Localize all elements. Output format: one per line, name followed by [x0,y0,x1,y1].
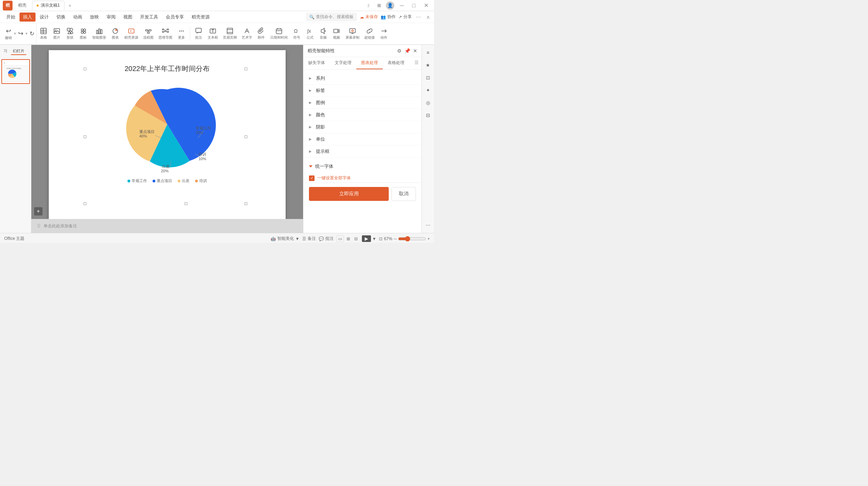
comment-button[interactable]: 💬 批注 [319,236,334,242]
panel-settings-icon[interactable]: ⚙ [397,48,402,54]
outline-tab[interactable]: 习 [1,48,9,55]
search-box[interactable]: 🔍 查找命令、搜索模板 [306,13,357,21]
close-button[interactable]: ✕ [421,1,431,10]
far-expand-icon[interactable]: ≡ [423,48,433,57]
tab-missing-font[interactable]: 缺失字体 [303,57,330,69]
window-layout-button[interactable]: ⊞ [375,1,383,9]
tab-daoke[interactable]: 稻壳 [14,1,31,10]
action-tool[interactable]: 动作 [378,26,390,41]
undo-button[interactable]: ↩ 撤销 [5,27,12,40]
menu-animation[interactable]: 动画 [70,13,86,22]
icon-tool[interactable]: 图标 [77,26,90,41]
art-text-tool[interactable]: 艺术字 [240,26,254,41]
slide-thumbnail-1[interactable]: 1 2022年上半年工作时间... [1,59,30,84]
unsaved-button[interactable]: ☁ 未保存 [360,14,378,20]
hyperlink-tool[interactable]: 超链接 [362,26,377,41]
svg-point-7 [70,28,73,31]
shape-tool[interactable]: 形状 [64,26,76,41]
play-dropdown[interactable]: ▼ [372,236,377,241]
mind-tool[interactable]: 思维导图 [156,26,175,41]
add-slide-button[interactable]: + [34,207,42,215]
menu-transition[interactable]: 切换 [53,13,69,22]
formula-tool[interactable]: ∫x 公式 [304,26,316,41]
smart-tool[interactable]: 智能图形 [90,26,108,41]
canvas-area[interactable]: 2022年上半年工作时间分布 [31,45,303,233]
menu-design[interactable]: 设计 [36,13,52,22]
collaborate-button[interactable]: 👥 协作 [381,14,396,20]
symbol-tool[interactable]: Ω 符号 [290,26,303,41]
cancel-button[interactable]: 取消 [392,187,416,201]
far-location-icon[interactable]: ◎ [423,98,433,108]
more-tool[interactable]: 更多 [175,26,188,41]
collapse-ribbon-button[interactable]: ∧ [425,13,431,21]
redo-dropdown[interactable]: ▼ [25,32,28,36]
svg-rect-15 [101,30,102,34]
menu-vip[interactable]: 会员专享 [162,13,187,22]
header-footer-tool[interactable]: 页眉页脚 [221,26,239,41]
unified-font-header[interactable]: 统一字体 [309,162,416,171]
far-star-icon[interactable]: ★ [423,60,433,70]
notes-button[interactable]: ☰ 备注 [302,236,316,242]
unified-font-checkbox[interactable] [309,175,315,181]
section-series[interactable]: ▶ 系列 [303,72,421,85]
image-tool[interactable]: 图片 [51,26,63,41]
screen-record-tool[interactable]: 屏幕录制 [343,26,362,41]
maximize-button[interactable]: □ [409,1,418,10]
section-color[interactable]: ▶ 颜色 [303,109,421,121]
comment-tool[interactable]: 批注 [192,26,205,41]
play-button[interactable]: ▶ [362,235,371,242]
undo-dropdown[interactable]: ▼ [13,32,17,36]
view-split-button[interactable]: ⊟ [353,236,359,242]
section-unit[interactable]: ▶ 单位 [303,133,421,146]
far-more-icon[interactable]: ⋯ [423,220,433,230]
far-magic-icon[interactable]: ✦ [423,85,433,95]
section-shadow[interactable]: ▶ 阴影 [303,121,421,133]
tab-text-process[interactable]: 文字处理 [330,57,356,69]
video-tool[interactable]: 视频 [330,26,343,41]
far-copy-icon[interactable]: ⊡ [423,73,433,83]
slides-tab[interactable]: 幻灯片 [11,48,26,55]
add-tab-button[interactable]: + [66,1,74,10]
menu-developer[interactable]: 开发工具 [137,13,162,22]
svg-text:10%: 10% [199,157,206,161]
panel-close-icon[interactable]: ✕ [413,48,417,54]
menu-start[interactable]: 开始 [3,13,19,22]
panel-pin-icon[interactable]: 📌 [404,48,410,54]
view-normal-button[interactable]: ▭ [336,235,344,242]
zoom-slider[interactable] [398,236,426,242]
table-tool[interactable]: 表格 [37,26,50,41]
resource-tool[interactable]: 稻壳资源 [122,26,140,41]
section-label[interactable]: ▶ 标签 [303,85,421,97]
menu-slideshow[interactable]: 放映 [86,13,102,22]
datetime-tool[interactable]: 日期和时间 [268,26,290,41]
more-actions-button[interactable]: ⋯ [414,13,422,21]
tab-document[interactable]: 演示文稿1 [32,1,64,10]
tab-more-icon[interactable]: ☰ [412,57,421,69]
textbox-tool[interactable]: 文本框 [206,26,220,41]
tab-chart-process[interactable]: 图表处理 [356,57,383,69]
canvas-note-bar[interactable]: ☰ 单击此处添加备注 [31,219,303,233]
flow-tool[interactable]: 流程图 [141,26,156,41]
menu-review[interactable]: 审阅 [103,13,119,22]
view-grid-button[interactable]: ⊞ [345,236,351,242]
menu-insert[interactable]: 插入 [20,13,36,22]
menu-view[interactable]: 视图 [120,13,136,22]
smart-beautify-button[interactable]: 🤖 智能美化 ▼ [271,236,300,242]
apply-button[interactable]: 立即应用 [309,187,389,201]
zoom-in-button[interactable]: + [427,236,430,241]
menu-resource[interactable]: 稻壳资源 [188,13,213,22]
audio-tool[interactable]: 音频 [317,26,330,41]
section-legend[interactable]: ▶ 图例 [303,97,421,109]
slide-canvas[interactable]: 2022年上半年工作时间分布 [49,50,286,228]
minimize-button[interactable]: ─ [397,1,406,10]
attach-tool[interactable]: 附件 [255,26,268,41]
chart-tool[interactable]: 图表 [109,26,122,41]
zoom-out-button[interactable]: ─ [394,236,397,241]
tab-table-process[interactable]: 表格处理 [383,57,409,69]
user-avatar[interactable]: 👤 [386,1,394,10]
far-bookmark-icon[interactable]: ⊟ [423,110,433,120]
repeat-button[interactable]: ↻ [30,30,34,37]
share-button[interactable]: ↗ 分享 [398,14,412,20]
redo-button[interactable]: ↪ [18,30,23,38]
section-tooltip[interactable]: ▶ 提示框 [303,146,421,158]
